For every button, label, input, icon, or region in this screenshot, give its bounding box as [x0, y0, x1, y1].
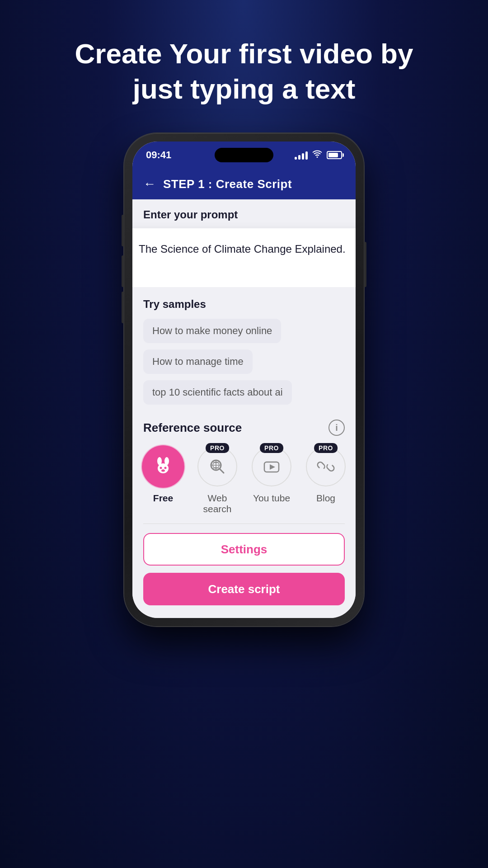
ref-header: Reference source i	[143, 420, 345, 436]
settings-button[interactable]: Settings	[143, 533, 345, 566]
youtube-icon-circle: PRO	[252, 447, 291, 486]
ref-source-title: Reference source	[143, 421, 242, 435]
ref-items-list: Free PRO	[143, 447, 345, 524]
buttons-area: Settings Create script	[132, 524, 356, 618]
prompt-label: Enter your prompt	[143, 208, 238, 221]
ref-free-label: Free	[153, 493, 173, 504]
status-time: 09:41	[146, 149, 171, 161]
reference-source-section: Reference source i	[132, 409, 356, 524]
prompt-section: Enter your prompt	[132, 199, 356, 228]
info-icon[interactable]: i	[328, 420, 345, 436]
create-script-button[interactable]: Create script	[143, 573, 345, 605]
ref-websearch-label: Web search	[197, 493, 237, 514]
svg-marker-13	[270, 464, 275, 470]
pro-badge-youtube: PRO	[260, 443, 283, 453]
dynamic-island	[215, 148, 273, 162]
phone-screen: 09:41 ←	[132, 142, 356, 618]
ref-item-youtube[interactable]: PRO You tube	[252, 447, 291, 504]
nav-title: STEP 1 : Create Script	[163, 177, 292, 191]
free-icon-circle	[143, 447, 183, 486]
youtube-icon	[263, 458, 281, 476]
ref-item-free[interactable]: Free	[143, 447, 183, 504]
hero-title: Create Your first video by just typing a…	[68, 36, 420, 106]
prompt-input-text: The Science of Climate Change Explained.	[139, 243, 346, 255]
pro-badge-websearch: PRO	[206, 443, 229, 453]
back-button[interactable]: ←	[143, 177, 156, 191]
nav-bar: ← STEP 1 : Create Script	[132, 169, 356, 199]
svg-point-3	[160, 467, 162, 469]
samples-section: Try samples How to make money online How…	[132, 287, 356, 409]
svg-point-2	[158, 463, 169, 473]
link-icon	[317, 458, 335, 476]
svg-line-11	[220, 469, 224, 473]
ref-item-blog[interactable]: PRO Blog	[306, 447, 346, 504]
status-icons	[295, 150, 342, 160]
blog-icon-circle: PRO	[306, 447, 346, 486]
samples-label: Try samples	[143, 298, 345, 311]
sample-chip-2[interactable]: How to manage time	[143, 349, 253, 374]
ref-item-websearch[interactable]: PRO Web search	[197, 447, 237, 514]
rabbit-icon	[153, 457, 173, 476]
sample-chip-1[interactable]: How to make money online	[143, 319, 281, 343]
wifi-icon	[312, 150, 322, 160]
ref-youtube-label: You tube	[253, 493, 290, 504]
signal-bars-icon	[295, 151, 308, 160]
battery-icon	[327, 151, 342, 159]
ref-blog-label: Blog	[316, 493, 335, 504]
search-icon	[208, 458, 226, 476]
pro-badge-blog: PRO	[314, 443, 338, 453]
phone-mockup: 09:41 ←	[124, 133, 364, 626]
info-label: i	[335, 423, 338, 433]
sample-chip-3[interactable]: top 10 scientific facts about ai	[143, 380, 292, 405]
prompt-input-card[interactable]: The Science of Climate Change Explained.	[132, 228, 356, 287]
status-bar: 09:41	[132, 142, 356, 169]
websearch-icon-circle: PRO	[197, 447, 237, 486]
svg-point-4	[164, 467, 167, 469]
